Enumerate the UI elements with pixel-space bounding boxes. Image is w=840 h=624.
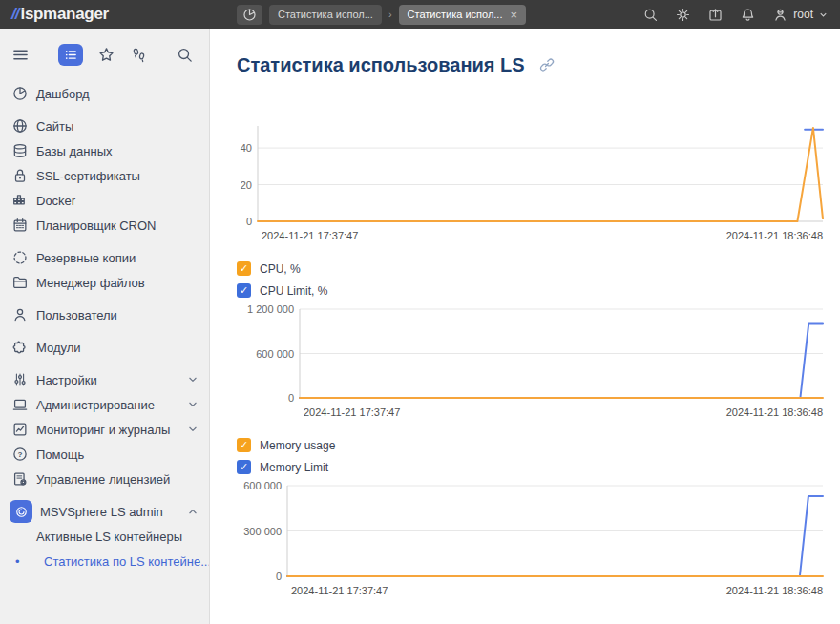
page-title: Статистика использования LS — [237, 54, 525, 76]
sidebar-item-dashboard[interactable]: Дашборд — [0, 81, 209, 106]
sidebar-nav: ДашбордСайтыБазы данныхSSL-сертификатыDo… — [0, 81, 209, 573]
dashboard-tab-button[interactable] — [237, 5, 262, 25]
sidebar-item-databases[interactable]: Базы данных — [0, 138, 209, 163]
chart-monitor-icon — [11, 421, 29, 438]
logo-text: ispmanager — [20, 5, 108, 24]
sidebar-item-settings[interactable]: Настройки — [0, 367, 209, 392]
tab-statistics-1[interactable]: Статистика испол... — [269, 5, 382, 25]
main-content: Статистика использования LS 020402024-11… — [210, 29, 840, 624]
legend-checkbox-row[interactable]: ✓CPU, % — [237, 261, 825, 276]
chevron-down-icon — [186, 423, 200, 436]
svg-text:300 000: 300 000 — [243, 526, 282, 537]
legend-label: Memory Limit — [260, 461, 328, 474]
user-icon — [772, 7, 788, 23]
chart-block-1: 0600 0001 200 0002024-11-21 17:37:472024… — [237, 302, 825, 474]
puzzle-icon — [11, 339, 29, 356]
database-icon — [11, 142, 29, 159]
legend-label: CPU, % — [260, 262, 301, 276]
sidebar-item-active-ls-containers[interactable]: Активные LS контейнеры — [0, 524, 209, 549]
chart-block-2: 0300 000600 0002024-11-21 17:37:472024-1… — [237, 478, 825, 607]
footprints-icon[interactable] — [130, 46, 148, 64]
series-memory-limit — [287, 496, 823, 576]
checkbox-checked-icon[interactable]: ✓ — [237, 438, 251, 452]
chevron-up-icon — [186, 505, 200, 518]
svg-text:2024-11-21 18:36:48: 2024-11-21 18:36:48 — [726, 230, 823, 241]
sidebar-item-ls-container-statistics[interactable]: •Статистика по LS контейне... — [0, 549, 209, 573]
globe-icon — [11, 117, 29, 135]
favorites-star-icon[interactable] — [97, 46, 116, 64]
sidebar-item-docker[interactable]: Docker — [0, 188, 209, 213]
sidebar-item-label: Пользователи — [36, 308, 117, 322]
svg-text:2024-11-21 18:36:48: 2024-11-21 18:36:48 — [726, 406, 823, 418]
svg-text:20: 20 — [241, 179, 252, 191]
sidebar-item-msvsphere-ls-admin[interactable]: MSVSphere LS admin — [0, 499, 209, 524]
svg-text:0: 0 — [246, 216, 252, 227]
sidebar-item-ssl-certificates[interactable]: SSL-сертификаты — [0, 163, 209, 188]
tab-label: Статистика испол... — [408, 9, 503, 20]
sidebar-item-label: Мониторинг и журналы — [36, 423, 170, 437]
pie-chart-icon — [242, 7, 258, 23]
settings-gear-icon[interactable] — [675, 7, 691, 23]
notifications-bell-icon[interactable] — [740, 7, 756, 23]
sidebar-item-label: Docker — [36, 194, 75, 208]
svg-text:600 000: 600 000 — [256, 348, 294, 360]
username: root — [793, 8, 813, 21]
sidebar-item-label: Помощь — [36, 447, 84, 462]
user-menu[interactable]: root — [772, 7, 829, 23]
checkbox-checked-icon[interactable]: ✓ — [237, 460, 251, 474]
sidebar-item-label: Резервные копии — [36, 251, 136, 265]
series-cpu — [258, 128, 823, 221]
line-chart-2: 0300 000600 0002024-11-21 17:37:472024-1… — [237, 478, 825, 607]
legend-checkbox-row[interactable]: ✓Memory Limit — [237, 460, 825, 474]
app-window: // ispmanager Статистика испол... › Стат… — [0, 0, 840, 624]
monitor-icon — [11, 396, 29, 413]
sidebar-item-administration[interactable]: Администрирование — [0, 392, 209, 417]
checkbox-checked-icon[interactable]: ✓ — [237, 261, 251, 276]
sidebar-toolbar — [0, 44, 209, 81]
top-bar-actions: root — [642, 7, 829, 23]
svg-text:0: 0 — [276, 571, 282, 582]
sidebar-item-label: Планировщик CRON — [36, 218, 157, 233]
sidebar-item-label: Дашборд — [36, 87, 90, 101]
svg-text:?: ? — [18, 450, 23, 459]
sidebar-item-sites[interactable]: Сайты — [0, 114, 209, 138]
calendar-icon — [11, 217, 29, 234]
sidebar-item-label: Модули — [36, 341, 81, 355]
ispmanager-logo[interactable]: // ispmanager — [11, 5, 109, 24]
svg-text:1 200 000: 1 200 000 — [247, 303, 294, 315]
sidebar-item-label: Статистика по LS контейне... — [44, 554, 210, 569]
charts: 020402024-11-21 17:37:472024-11-21 18:36… — [237, 118, 825, 607]
sidebar-item-users[interactable]: Пользователи — [0, 302, 209, 327]
tab-statistics-2-active[interactable]: Статистика испол... × — [399, 5, 527, 25]
sidebar-item-monitoring-logs[interactable]: Мониторинг и журналы — [0, 417, 209, 442]
svg-text:2024-11-21 17:37:47: 2024-11-21 17:37:47 — [262, 230, 358, 241]
external-window-icon[interactable] — [707, 7, 724, 23]
tab-close-icon[interactable]: × — [510, 9, 517, 21]
svg-text:600 000: 600 000 — [243, 480, 282, 491]
search-icon[interactable] — [642, 7, 659, 23]
sidebar-item-backups[interactable]: Резервные копии — [0, 245, 209, 270]
msvsphere-logo-icon — [10, 500, 32, 523]
chart-block-0: 020402024-11-21 17:37:472024-11-21 18:36… — [237, 118, 825, 298]
legend-checkbox-row[interactable]: ✓CPU Limit, % — [237, 283, 825, 298]
legend-checkbox-row[interactable]: ✓Memory usage — [237, 438, 825, 452]
sidebar-search-icon[interactable] — [176, 46, 194, 64]
active-bullet-icon: • — [11, 554, 36, 569]
sidebar-item-label: Менеджер файлов — [36, 276, 145, 290]
sidebar-item-help[interactable]: ?Помощь — [0, 442, 209, 467]
hamburger-menu-icon[interactable] — [11, 46, 30, 64]
chevron-down-icon — [186, 373, 200, 386]
sidebar-item-cron-scheduler[interactable]: Планировщик CRON — [0, 213, 209, 238]
sidebar-item-license-management[interactable]: Управление лицензией — [0, 467, 209, 491]
tab-label: Статистика испол... — [278, 9, 373, 20]
checkbox-checked-icon[interactable]: ✓ — [237, 283, 251, 298]
dashboard-pie-icon — [11, 85, 29, 102]
backup-icon — [11, 249, 29, 266]
sidebar-item-label: Сайты — [36, 119, 74, 134]
permalink-icon[interactable] — [538, 56, 556, 73]
sidebar-item-modules[interactable]: Модули — [0, 335, 209, 360]
sidebar-item-label: Настройки — [36, 373, 97, 387]
sidebar-item-file-manager[interactable]: Менеджер файлов — [0, 270, 209, 295]
user-icon — [11, 306, 29, 323]
list-view-button[interactable] — [58, 44, 83, 66]
